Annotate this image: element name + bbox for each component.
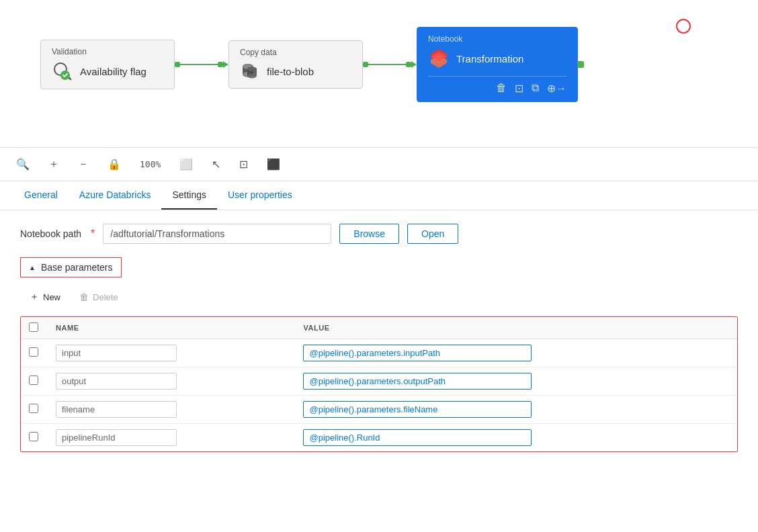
toolbar: 🔍 ＋ － 🔒 100% ⬜ ↖ ⊡ ⬛ [0, 148, 758, 181]
pipeline-canvas: Validation Availability flag Copy data [0, 0, 758, 148]
validation-icon [52, 60, 73, 82]
tab-azure-databricks[interactable]: Azure Databricks [69, 181, 162, 210]
row-name-cell [48, 396, 295, 424]
chevron-icon: ▲ [29, 264, 36, 271]
tab-general[interactable]: General [13, 181, 69, 210]
row-name-cell [48, 339, 295, 367]
new-label: New [43, 292, 60, 302]
params-table: NAME VALUE [21, 317, 737, 451]
row-name-cell [48, 424, 295, 452]
params-table-wrapper: NAME VALUE [20, 316, 738, 452]
notebook-node-actions: 🗑 ⊡ ⧉ ⊕→ [428, 76, 566, 95]
notebook-node-title: Notebook [428, 34, 566, 44]
base-parameters-header[interactable]: ▲ Base parameters [20, 257, 122, 277]
table-row [21, 367, 737, 396]
row-checkbox-cell [21, 339, 48, 367]
tab-user-properties[interactable]: User properties [217, 181, 303, 210]
delete-label: Delete [93, 292, 118, 302]
row-value-cell [295, 424, 737, 452]
row-checkbox[interactable] [29, 432, 38, 441]
plus-icon: ＋ [30, 291, 39, 303]
notebook-path-label: Notebook path [20, 228, 81, 239]
new-button[interactable]: ＋ New [20, 287, 70, 307]
row-name-cell [48, 367, 295, 396]
copydata-icon [240, 61, 260, 81]
browse-button[interactable]: Browse [339, 224, 399, 244]
required-star: * [91, 228, 95, 240]
param-name-input[interactable] [56, 373, 177, 390]
base-parameters-label: Base parameters [41, 262, 113, 273]
svg-point-9 [247, 74, 257, 79]
notebook-node-content: Transformation [428, 48, 566, 69]
table-header-row: NAME VALUE [21, 317, 737, 339]
validation-node-label: Availability flag [80, 66, 146, 77]
zoom-toolbar-label[interactable]: 100% [137, 157, 163, 172]
split-toolbar-icon[interactable]: ⬛ [264, 155, 283, 173]
row-checkbox[interactable] [29, 404, 38, 413]
svg-point-10 [247, 67, 257, 72]
notebook-path-row: Notebook path * Browse Open [20, 224, 738, 244]
row-checkbox-cell [21, 424, 48, 452]
arrow-connector-1 [175, 61, 228, 68]
search-toolbar-icon[interactable]: 🔍 [13, 155, 32, 173]
table-row [21, 396, 737, 424]
param-value-input[interactable] [303, 401, 532, 418]
lock-toolbar-icon[interactable]: 🔒 [105, 155, 124, 173]
param-name-input[interactable] [56, 345, 177, 361]
add-toolbar-icon[interactable]: ＋ [46, 154, 62, 174]
param-value-input[interactable] [303, 345, 532, 361]
param-name-input[interactable] [56, 429, 177, 446]
copydata-node[interactable]: Copy data file-to-blob [228, 40, 363, 89]
fitscreen-toolbar-icon[interactable]: ⬜ [177, 155, 196, 173]
copydata-node-label: file-to-blob [267, 66, 314, 77]
param-value-input[interactable] [303, 429, 532, 446]
row-value-cell [295, 339, 737, 367]
copy-icon[interactable]: ⧉ [532, 82, 539, 95]
row-value-cell [295, 396, 737, 424]
databricks-icon [428, 48, 450, 69]
checkbox-header [21, 317, 48, 339]
settings-panel: Notebook path * Browse Open ▲ Base param… [0, 210, 758, 466]
arrow-connector-2 [363, 61, 417, 68]
delete-button[interactable]: 🗑 Delete [70, 287, 128, 306]
notebook-node-label: Transformation [456, 53, 523, 64]
settings-icon[interactable]: ⊡ [515, 82, 523, 95]
pointer-toolbar-icon[interactable]: ↖ [209, 155, 223, 173]
row-checkbox-cell [21, 396, 48, 424]
validation-node-content: Availability flag [52, 60, 163, 82]
param-value-input[interactable] [303, 373, 532, 390]
tab-settings[interactable]: Settings [161, 181, 217, 210]
minus-toolbar-icon[interactable]: － [75, 154, 91, 174]
name-column-header: NAME [48, 317, 295, 339]
select-all-checkbox[interactable] [29, 322, 38, 332]
copydata-node-title: Copy data [240, 48, 351, 57]
row-checkbox[interactable] [29, 375, 38, 385]
param-name-input[interactable] [56, 401, 177, 418]
open-button[interactable]: Open [407, 224, 458, 244]
notebook-path-input[interactable] [103, 224, 331, 244]
trash-icon: 🗑 [79, 292, 89, 302]
row-checkbox[interactable] [29, 347, 38, 357]
table-row [21, 424, 737, 452]
action-bar: ＋ New 🗑 Delete [20, 287, 738, 307]
circle-indicator [676, 19, 691, 34]
tab-bar: General Azure Databricks Settings User p… [0, 181, 758, 210]
validation-node[interactable]: Validation Availability flag [40, 40, 175, 89]
row-checkbox-cell [21, 367, 48, 396]
delete-icon[interactable]: 🗑 [496, 82, 507, 95]
table-row [21, 339, 737, 367]
jumpout-icon[interactable]: ⊕→ [547, 82, 566, 95]
node-connector-right [577, 61, 584, 68]
notebook-node[interactable]: Notebook Transformation 🗑 ⊡ ⧉ ⊕→ [417, 27, 578, 102]
grid-toolbar-icon[interactable]: ⊡ [237, 155, 251, 173]
validation-node-title: Validation [52, 47, 163, 56]
value-column-header: VALUE [295, 317, 737, 339]
copydata-node-content: file-to-blob [240, 61, 351, 81]
row-value-cell [295, 367, 737, 396]
